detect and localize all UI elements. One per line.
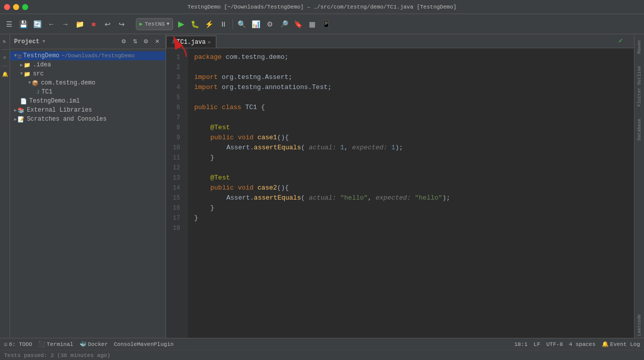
module-icon: ◫ [18, 53, 21, 59]
arrow-icon-scratches: ▶ [14, 117, 17, 122]
package-icon: 📦 [32, 80, 39, 86]
layout-button[interactable]: ▦ [306, 18, 318, 30]
run-config-selector[interactable]: ▶ TestNG ▼ [136, 18, 173, 30]
device-button[interactable]: 📱 [320, 18, 333, 30]
folder-icon-src: 📁 [24, 71, 31, 77]
code-line-1: package com.testng.demo; [194, 52, 628, 62]
console-item[interactable]: ConsoleMavenPlugin [114, 341, 174, 347]
sync-button[interactable]: 🔄 [31, 18, 43, 30]
search-button[interactable]: 🔎 [278, 18, 290, 30]
structure-icon[interactable]: ≡ [1, 54, 9, 62]
code-line-6: public class TC1 { [194, 103, 628, 113]
project-dropdown-icon[interactable]: ▼ [42, 39, 45, 44]
save-button[interactable]: 💾 [17, 18, 29, 30]
profile-button[interactable]: ⏸ [217, 18, 229, 30]
project-expand-icon[interactable]: ⇅ [130, 37, 139, 46]
minimize-button[interactable] [13, 4, 19, 10]
toolbar: ☰ 💾 🔄 ← → 📁 ■ ↩ ↪ ▶ TestNG ▼ ▶ 🐛 ⚡ ⏸ 🔍 📊… [0, 14, 644, 34]
tree-item-testngdemo[interactable]: ▼ ◫ TestngDemo ~/Downloads/TestngDemo [10, 51, 166, 60]
tab-close-icon[interactable]: ✕ [208, 39, 211, 45]
run-config-label: TestNG [145, 21, 165, 27]
code-line-14: public void case2(){ [194, 183, 628, 193]
toolbar-sep-1 [232, 19, 233, 29]
file-button[interactable]: 📁 [73, 18, 86, 30]
event-log-item[interactable]: 🔔 Event Log [602, 341, 640, 347]
menu-button[interactable]: ☰ [3, 18, 15, 30]
run-button[interactable]: ▶ [175, 18, 187, 30]
arrow-icon-pkg: ▼ [28, 80, 31, 85]
notifications-icon[interactable]: 🔔 [1, 70, 9, 78]
folder-icon-idea: 📁 [24, 62, 31, 68]
project-close-icon[interactable]: ✕ [152, 37, 162, 46]
run-config-dropdown-icon: ▼ [167, 22, 169, 27]
docker-label: Docker [88, 341, 108, 347]
src-label: src [33, 70, 44, 77]
event-log-label: Event Log [610, 341, 640, 347]
project-sidebar-icon[interactable]: P [1, 37, 9, 45]
spaces-item[interactable]: 4 spaces [569, 341, 596, 347]
left-sidebar: P ≡ 🔔 [0, 34, 10, 338]
line-numbers: 1 2 3 4 5 6 ▶ 7 8 9 ▶ ○ 10 [166, 48, 188, 338]
docker-icon: 🐳 [79, 341, 87, 347]
window-title: TestngDemo [~/Downloads/TestngDemo] – …/… [188, 4, 457, 10]
undo-button[interactable]: ↩ [102, 18, 114, 30]
leetcode-panel-label[interactable]: Leetcode [636, 312, 643, 338]
iml-label: TestngDemo.iml [29, 98, 80, 105]
tab-tc1-label: TC1.java [177, 39, 206, 46]
tree-item-scratches[interactable]: ▶ 📝 Scratches and Consoles [10, 115, 166, 124]
sidebar-sep2 [2, 66, 9, 66]
todo-item[interactable]: ☑ 6: TODO [4, 341, 32, 347]
forward-button[interactable]: → [59, 18, 71, 30]
docker-item[interactable]: 🐳 Docker [79, 341, 108, 347]
close-button[interactable] [4, 4, 10, 10]
project-panel-label: Project [14, 38, 39, 45]
maximize-button[interactable] [22, 4, 28, 10]
code-line-11: } [194, 153, 628, 163]
vcs-button[interactable]: 📊 [250, 18, 262, 30]
code-editor[interactable]: 1 2 3 4 5 6 ▶ 7 8 9 ▶ ○ 10 [166, 48, 634, 338]
tree-item-external-libs[interactable]: ▶ 📚 External Libraries [10, 106, 166, 115]
run-config-icon: ▶ [139, 21, 143, 27]
testngdemo-path: ~/Downloads/TestngDemo [61, 53, 134, 59]
java-tab-icon: J [172, 39, 175, 45]
redo-button[interactable]: ↪ [116, 18, 128, 30]
back-button[interactable]: ← [45, 18, 57, 30]
project-settings-icon[interactable]: ⚙ [141, 37, 150, 46]
idea-label: .idea [33, 61, 51, 68]
project-gear-icon[interactable]: ⚙ [119, 37, 128, 46]
maven-panel-label[interactable]: Maven [636, 38, 643, 56]
code-line-4: import org.testng.annotations.Test; [194, 82, 628, 93]
testngdemo-label: TestngDemo [23, 52, 59, 59]
tab-tc1-java[interactable]: J TC1.java ✕ [166, 36, 216, 48]
tree-item-idea[interactable]: ▶ 📁 .idea [10, 60, 166, 69]
position-item[interactable]: 18:1 [514, 341, 527, 347]
linesep-item[interactable]: LF [534, 341, 540, 347]
iml-icon: 📄 [20, 98, 27, 105]
right-panel: Maven Flutter Outline Database Leetcode [634, 34, 644, 338]
code-content[interactable]: package com.testng.demo; import org.test… [188, 48, 634, 338]
arrow-icon-idea: ▶ [20, 62, 23, 68]
tree-item-tc1[interactable]: J TC1 [10, 87, 166, 97]
stop-button[interactable]: ■ [88, 18, 100, 30]
tree-item-iml[interactable]: 📄 TestngDemo.iml [10, 97, 166, 106]
status-bar: ☑ 6: TODO ⬛ Terminal 🐳 Docker ConsoleMav… [0, 338, 644, 350]
code-line-15: Assert.assertEquals( actual: "hello", ex… [194, 193, 628, 203]
project-panel-header: Project ▼ ⚙ ⇅ ⚙ ✕ [10, 34, 166, 49]
tree-item-src[interactable]: ▼ 📁 src [10, 69, 166, 78]
coverage-button[interactable]: ⚡ [203, 18, 215, 30]
encoding-label: UTF-8 [546, 341, 563, 347]
external-libs-label: External Libraries [27, 107, 92, 114]
arrow-icon-src: ▼ [20, 71, 23, 76]
database-panel-label[interactable]: Database [636, 117, 643, 142]
flutter-panel-label[interactable]: Flutter Outline [636, 64, 643, 109]
analyze-button[interactable]: 🔍 [236, 18, 248, 30]
encoding-item[interactable]: UTF-8 [546, 341, 563, 347]
spaces-label: 4 spaces [569, 341, 596, 347]
debug-button[interactable]: 🐛 [189, 18, 201, 30]
settings-button[interactable]: ⚙ [264, 18, 276, 30]
tree-item-package[interactable]: ▼ 📦 com.testng.demo [10, 78, 166, 87]
code-line-3: import org.testng.Assert; [194, 72, 628, 82]
bookmark-button[interactable]: 🔖 [292, 18, 304, 30]
terminal-item[interactable]: ⬛ Terminal [38, 341, 73, 347]
editor-tabs: J TC1.java ✕ [166, 34, 634, 48]
